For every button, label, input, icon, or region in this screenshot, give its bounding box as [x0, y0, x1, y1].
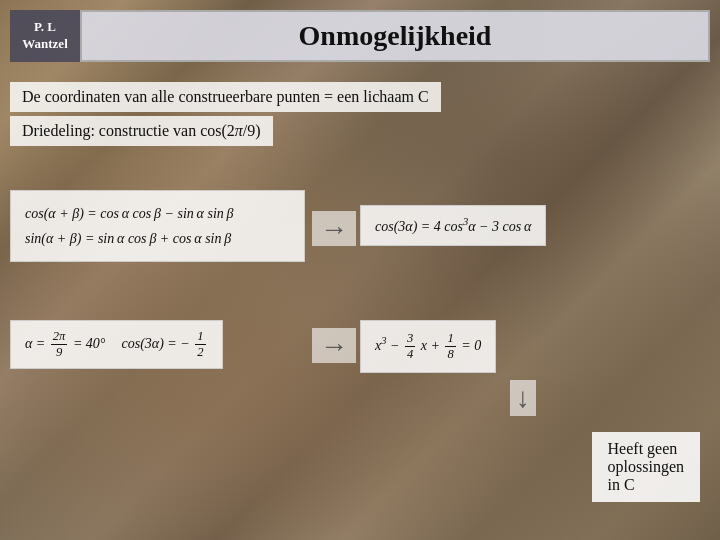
- formula-left-1: cos(α + β) = cos α cos β − sin α sin β: [25, 201, 290, 226]
- formula-right-top: cos(3α) = 4 cos3α − 3 cos α: [360, 205, 546, 246]
- body-line1-container: De coordinaten van alle construeerbare p…: [10, 82, 710, 116]
- author-line1: P. L: [34, 19, 56, 36]
- header-bar: P. L Wantzel Onmogelijkheid: [10, 10, 710, 62]
- formula-alpha-box: α = 2π 9 = 40° cos(3α) = − 1 2: [10, 320, 223, 369]
- arrow-right-1: →: [312, 213, 356, 245]
- slide-title: Onmogelijkheid: [299, 20, 492, 52]
- arrow-down: ↓: [510, 380, 536, 416]
- formula-right-top-box: cos(3α) = 4 cos3α − 3 cos α: [360, 205, 546, 246]
- body-line2: Driedeling: constructie van cos(2π/9): [10, 116, 273, 146]
- title-box: Onmogelijkheid: [80, 10, 710, 62]
- formula-alpha: α = 2π 9 = 40°: [25, 329, 105, 360]
- body-line2-container: Driedeling: constructie van cos(2π/9): [10, 116, 710, 150]
- author-box: P. L Wantzel: [10, 10, 80, 62]
- arrow-down-container: ↓: [510, 380, 536, 416]
- conclusion-box: Heeft geen oplossingen in C: [592, 432, 700, 502]
- formulas-left: cos(α + β) = cos α cos β − sin α sin β s…: [10, 190, 305, 262]
- arrow-right-2: →: [312, 330, 356, 362]
- formula-right-bottom-box: x3 − 3 4 x + 1 8 = 0: [360, 320, 496, 373]
- author-line2: Wantzel: [22, 36, 68, 53]
- formula-right-bottom: x3 − 3 4 x + 1 8 = 0: [360, 320, 496, 373]
- conclusion-text: Heeft geen oplossingen in C: [608, 440, 684, 493]
- formulas-left-box: cos(α + β) = cos α cos β − sin α sin β s…: [10, 190, 305, 262]
- formula-cos3a: cos(3α) = − 1 2: [121, 329, 207, 360]
- formula-left-2: sin(α + β) = sin α cos β + cos α sin β: [25, 226, 290, 251]
- formulas-row2: α = 2π 9 = 40° cos(3α) = − 1 2: [10, 320, 223, 369]
- body-line1: De coordinaten van alle construeerbare p…: [10, 82, 441, 112]
- content-overlay: P. L Wantzel Onmogelijkheid De coordinat…: [0, 0, 720, 540]
